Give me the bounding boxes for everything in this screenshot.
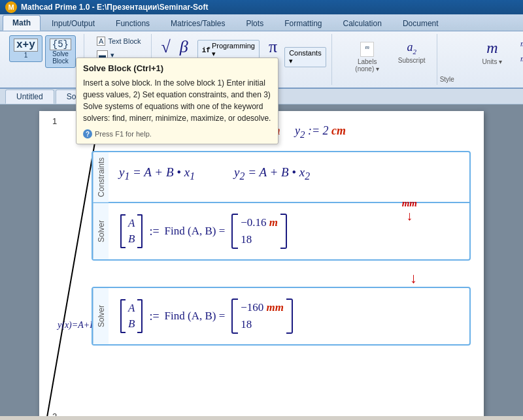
tab-inputoutput[interactable]: Input/Output [42, 16, 105, 31]
labels-button[interactable]: m Labels (none) ▾ [348, 35, 387, 74]
constraint-eq2: y2 = A + B • x2 [234, 165, 310, 182]
solver-label-2: Solver [93, 288, 109, 344]
tooltip-help: ? Press F1 for help. [83, 129, 271, 138]
base-units-button[interactable]: m Bas... ▾ [516, 53, 523, 65]
title-bar: M Mathcad Prime 1.0 - E:\Презентации\Sem… [0, 0, 523, 14]
help-icon: ? [83, 129, 92, 138]
window-title: Mathcad Prime 1.0 - E:\Презентации\Semin… [21, 3, 208, 12]
solve-block-button[interactable]: {5} SolveBlock [45, 35, 76, 68]
solve-block-2: Solver A B := Find (A, B) = [92, 287, 471, 346]
between-arrow-icon: ↓ [410, 271, 417, 285]
solve-block-icon: {5} [50, 39, 71, 50]
unit-system-button[interactable]: m Uni... ▾ [516, 38, 523, 50]
constraint-equations: y1 = A + B • x1 y2 = A + B • x2 [119, 160, 459, 187]
result-matrix-1: −0.16 m 18 [231, 214, 287, 249]
tab-plots[interactable]: Plots [236, 16, 273, 31]
beta-icon[interactable]: β [180, 37, 188, 57]
assign-symbol-2: := [149, 310, 159, 323]
find-function-1: Find (A, B) = [165, 225, 226, 238]
math-button[interactable]: x+y 1 [9, 35, 42, 62]
between-arrow: ↓ [92, 271, 471, 285]
text-block-button[interactable]: A Text Block [92, 35, 145, 47]
solve-block-1: Constraints y1 = A + B • x1 y2 = A + B •… [92, 151, 471, 261]
solver-content-1: mm ↓ A B := Fin [109, 203, 469, 259]
constraints-section: Constraints y1 = A + B • x1 y2 = A + B •… [93, 152, 469, 204]
ribbon-tabs: Math Input/Output Functions Matrices/Tab… [0, 14, 523, 31]
tab-formatting[interactable]: Formatting [275, 16, 331, 31]
tab-matrices[interactable]: Matrices/Tables [161, 16, 235, 31]
ribbon-group-labels: m Labels (none) ▾ a2 Subscript [343, 34, 437, 85]
constants-button[interactable]: Constants ▾ [284, 47, 326, 67]
math-icon: x+y [14, 39, 38, 52]
if-icon: if [202, 46, 211, 54]
svg-line-0 [46, 124, 98, 416]
annotation-unit: mm [402, 198, 417, 209]
sqrt-icon[interactable]: √ [161, 37, 171, 57]
solver-section-1: Solver mm ↓ A B [93, 203, 469, 259]
tab-math[interactable]: Math [3, 15, 41, 31]
constants-label: Constants ▾ [289, 49, 322, 65]
result-matrix-2: −160 mm 18 [231, 299, 293, 334]
subscript-button[interactable]: a2 Subscript [392, 35, 431, 65]
line-number-2: 2 [52, 412, 57, 416]
document-page: 1 x1 := 2 cm y1 := 20 cm x2 := 1 cm y2 :… [39, 111, 484, 416]
tab-document[interactable]: Document [393, 16, 448, 31]
tooltip-title: Solve Block (Ctrl+1) [83, 63, 271, 73]
constraints-label: Constraints [93, 152, 109, 202]
solve-block-label: SolveBlock [52, 50, 69, 65]
content-area: 1 x1 := 2 cm y1 := 20 cm x2 := 1 cm y2 :… [0, 105, 523, 416]
doc-tab-untitled[interactable]: Untitled [5, 89, 54, 104]
tab-functions[interactable]: Functions [106, 16, 160, 31]
ribbon-group-units: m Units ▾ m Uni... ▾ m Bas... ▾ [467, 34, 523, 85]
tooltip-box: Solve Block (Ctrl+1) Insert a solve bloc… [76, 57, 278, 144]
find-function-2: Find (A, B) = [165, 310, 226, 323]
solver-section-2: Solver A B := Find (A, B) = [93, 288, 469, 344]
lhs-matrix-1: A B [120, 214, 143, 248]
annotation-mm: mm ↓ [402, 198, 417, 222]
text-icon: A [97, 37, 105, 46]
pi-icon[interactable]: π [269, 37, 277, 57]
lhs-matrix-2: A B [120, 299, 143, 333]
line-number-1: 1 [52, 116, 57, 126]
help-text: Press F1 for help. [95, 130, 152, 138]
assign-symbol-1: := [149, 225, 159, 238]
style-label: Style [440, 76, 457, 85]
solver-row-2: A B := Find (A, B) = −160 mm [119, 296, 459, 336]
solver-label-1: Solver [93, 203, 109, 259]
app-logo: M [5, 1, 17, 13]
constraints-content: y1 = A + B • x1 y2 = A + B • x2 [109, 152, 469, 202]
units-button[interactable]: m Units ▾ [473, 35, 512, 67]
math-label: 1 [24, 52, 28, 59]
tab-calculation[interactable]: Calculation [333, 16, 392, 31]
down-arrow-1: ↓ [406, 209, 413, 222]
ribbon-group-math: x+y 1 {5} SolveBlock [4, 34, 84, 85]
programming-label: Programming ▾ [212, 42, 255, 58]
tooltip-body: Insert a solve block. In the solve block… [83, 77, 271, 124]
solver-content-2: A B := Find (A, B) = −160 mm [109, 288, 469, 344]
constraint-eq1: y1 = A + B • x1 [119, 165, 195, 182]
